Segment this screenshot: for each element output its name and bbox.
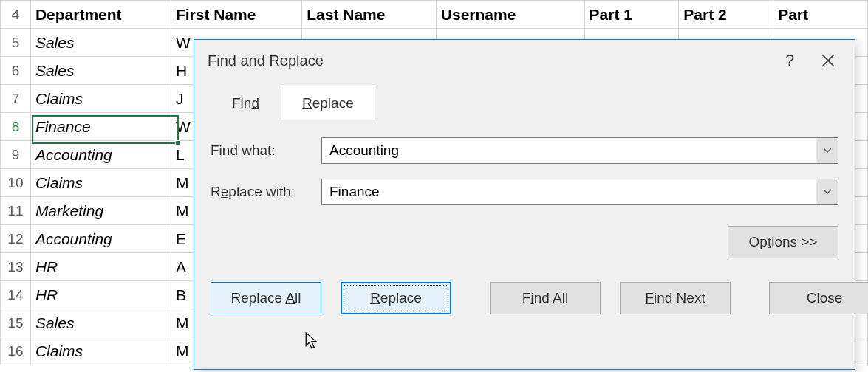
find-replace-dialog: Find and Replace ? FindFind ReplaceRepla… [194, 39, 855, 370]
row-number[interactable]: 14 [1, 281, 31, 309]
cell-department[interactable]: Accounting [30, 141, 171, 169]
replace-with-row: Replace with: [211, 171, 838, 213]
row-number[interactable]: 12 [1, 225, 31, 253]
find-what-dropdown[interactable] [816, 138, 838, 163]
col-header-username[interactable]: Username [436, 1, 584, 29]
find-all-button[interactable]: Find All [490, 282, 601, 314]
close-icon[interactable] [809, 46, 847, 75]
cell-department[interactable]: Marketing [30, 197, 171, 225]
row-number[interactable]: 11 [1, 197, 31, 225]
tab-strip: FindFind ReplaceReplace [211, 81, 838, 120]
cell-department[interactable]: Sales [30, 309, 171, 337]
close-button[interactable]: Close [769, 282, 868, 314]
row-number[interactable]: 7 [1, 85, 31, 113]
row-number[interactable]: 4 [1, 1, 31, 29]
header-row: 4 Department First Name Last Name Userna… [1, 1, 868, 29]
help-button[interactable]: ? [770, 46, 809, 75]
row-number[interactable]: 15 [1, 309, 31, 337]
row-number[interactable]: 16 [1, 337, 31, 365]
find-what-row: Find what: [211, 130, 838, 171]
cell-department[interactable]: HR [30, 281, 171, 309]
options-button[interactable]: Options >> [728, 226, 838, 258]
cell-department[interactable]: Claims [30, 337, 171, 365]
col-header-part2[interactable]: Part 2 [679, 1, 773, 29]
col-header-part1[interactable]: Part 1 [584, 1, 679, 29]
row-number[interactable]: 6 [1, 57, 31, 85]
tab-find[interactable]: FindFind [211, 86, 281, 120]
col-header-department[interactable]: Department [30, 1, 171, 29]
dialog-buttons: Replace All Replace Find All Find Next C… [194, 275, 855, 314]
col-header-part3[interactable]: Part [773, 1, 868, 29]
row-number[interactable]: 10 [1, 169, 31, 197]
cell-department[interactable]: Accounting [30, 225, 171, 253]
cell-department[interactable]: Finance [30, 113, 171, 141]
col-header-firstname[interactable]: First Name [171, 1, 301, 29]
col-header-lastname[interactable]: Last Name [302, 1, 437, 29]
row-number-selected[interactable]: 8 [1, 113, 31, 141]
replace-with-dropdown[interactable] [816, 179, 838, 204]
tab-replace[interactable]: ReplaceReplace [281, 86, 375, 120]
replace-with-input[interactable] [322, 179, 816, 204]
find-what-label: Find what: [211, 142, 321, 159]
dialog-title: Find and Replace [208, 52, 770, 69]
replace-button[interactable]: Replace [341, 282, 451, 314]
find-next-button[interactable]: Find Next [620, 282, 731, 314]
find-what-combo [321, 137, 838, 164]
replace-with-label: Replace with: [211, 184, 321, 200]
row-number[interactable]: 5 [1, 29, 31, 57]
replace-with-combo [321, 179, 838, 205]
cell-department[interactable]: Sales [30, 57, 171, 85]
dialog-titlebar[interactable]: Find and Replace ? [194, 40, 855, 81]
find-what-input[interactable] [322, 138, 816, 163]
cell-department[interactable]: HR [30, 253, 171, 281]
row-number[interactable]: 13 [1, 253, 31, 281]
cell-department[interactable]: Claims [30, 169, 171, 197]
row-number[interactable]: 9 [1, 141, 31, 169]
cell-department[interactable]: Claims [30, 85, 171, 113]
replace-all-button[interactable]: Replace All [211, 282, 321, 314]
cell-department[interactable]: Sales [30, 29, 171, 57]
